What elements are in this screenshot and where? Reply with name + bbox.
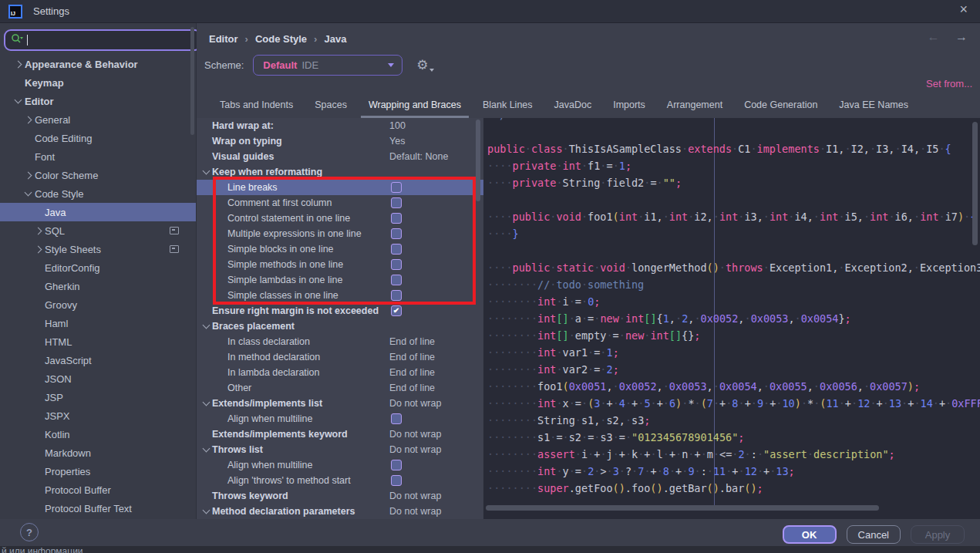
sidebar-item-json[interactable]: JSON bbox=[0, 369, 196, 388]
sidebar-item-appearance-behavior[interactable]: Appearance & Behavior bbox=[0, 55, 196, 73]
sidebar-item-jspx[interactable]: JSPX bbox=[0, 406, 196, 425]
tab-wrapping-and-braces[interactable]: Wrapping and Braces bbox=[361, 99, 469, 118]
option-row-hard-wrap-at[interactable]: Hard wrap at:100 bbox=[197, 118, 483, 133]
checkbox-unchecked[interactable] bbox=[391, 228, 402, 239]
settings-search-box[interactable] bbox=[4, 29, 201, 51]
breadcrumb-code-style[interactable]: Code Style bbox=[255, 33, 307, 45]
checkbox-unchecked[interactable] bbox=[391, 213, 402, 224]
sidebar-item-haml[interactable]: Haml bbox=[0, 314, 196, 332]
sidebar-item-keymap[interactable]: Keymap bbox=[0, 73, 196, 92]
option-value[interactable]: End of line bbox=[389, 383, 435, 393]
chevron-down-icon[interactable] bbox=[202, 445, 210, 453]
tab-imports[interactable]: Imports bbox=[605, 99, 653, 118]
forward-arrow-icon[interactable]: → bbox=[955, 30, 968, 43]
sidebar-item-kotlin[interactable]: Kotlin bbox=[0, 425, 196, 443]
option-value[interactable]: Do not wrap bbox=[389, 506, 441, 517]
option-value[interactable]: Do not wrap bbox=[389, 429, 441, 440]
option-row-multiple-expressions-in-one-line[interactable]: Multiple expressions in one line bbox=[197, 226, 483, 241]
option-row-simple-methods-in-one-line[interactable]: Simple methods in one line bbox=[197, 257, 483, 272]
sidebar-item-jsp[interactable]: JSP bbox=[0, 388, 196, 406]
sidebar-item-style-sheets[interactable]: Style Sheets bbox=[0, 240, 196, 258]
option-row-simple-classes-in-one-line[interactable]: Simple classes in one line bbox=[197, 288, 483, 303]
option-row-method-declaration-parameters[interactable]: Method declaration parametersDo not wrap bbox=[197, 504, 483, 519]
sidebar-item-editor[interactable]: Editor bbox=[0, 92, 196, 110]
tab-java-ee-names[interactable]: Java EE Names bbox=[831, 99, 916, 118]
code-preview-panel[interactable]: ·*/ public·class·ThisIsASampleClass·exte… bbox=[483, 118, 980, 519]
tab-code-generation[interactable]: Code Generation bbox=[736, 99, 825, 118]
option-row-comment-at-first-column[interactable]: Comment at first column bbox=[197, 195, 483, 211]
tab-javadoc[interactable]: JavaDoc bbox=[547, 99, 600, 118]
option-row-in-lambda-declaration[interactable]: In lambda declarationEnd of line bbox=[197, 365, 483, 380]
checkbox-unchecked[interactable] bbox=[391, 197, 402, 208]
chevron-down-icon[interactable] bbox=[202, 399, 210, 406]
back-arrow-icon[interactable]: ← bbox=[928, 30, 940, 43]
checkbox-unchecked[interactable] bbox=[391, 413, 402, 424]
chevron-right-icon[interactable] bbox=[34, 227, 42, 234]
sidebar-item-editorconfig[interactable]: EditorConfig bbox=[0, 258, 196, 277]
ok-button[interactable]: OK bbox=[783, 525, 837, 544]
option-value[interactable]: Do not wrap bbox=[389, 398, 441, 409]
option-row-in-class-declaration[interactable]: In class declarationEnd of line bbox=[197, 334, 483, 349]
sidebar-item-color-scheme[interactable]: Color Scheme bbox=[0, 166, 196, 184]
option-row-in-method-declaration[interactable]: In method declarationEnd of line bbox=[197, 349, 483, 365]
tab-tabs-and-indents[interactable]: Tabs and Indents bbox=[212, 99, 301, 118]
search-input[interactable] bbox=[32, 34, 158, 47]
checkbox-unchecked[interactable] bbox=[391, 259, 402, 270]
option-row-align-throws-to-method-start[interactable]: Align 'throws' to method start bbox=[197, 473, 483, 488]
checkbox-unchecked[interactable] bbox=[391, 460, 402, 470]
option-row-extends-implements-keyword[interactable]: Extends/implements keywordDo not wrap bbox=[197, 427, 483, 442]
checkbox-unchecked[interactable] bbox=[391, 244, 402, 255]
option-row-simple-lambdas-in-one-line[interactable]: Simple lambdas in one line bbox=[197, 272, 483, 288]
option-row-control-statement-in-one-line[interactable]: Control statement in one line bbox=[197, 211, 483, 226]
chevron-right-icon[interactable] bbox=[34, 245, 42, 253]
set-from-link[interactable]: Set from... bbox=[926, 78, 972, 89]
option-value[interactable]: Yes bbox=[389, 136, 405, 147]
scheme-select[interactable]: Default IDE bbox=[253, 55, 402, 76]
sidebar-item-groovy[interactable]: Groovy bbox=[0, 295, 196, 314]
close-icon[interactable]: × bbox=[959, 2, 968, 18]
sidebar-item-protocol-buffer[interactable]: Protocol Buffer bbox=[0, 481, 196, 499]
tab-spaces[interactable]: Spaces bbox=[307, 99, 355, 118]
sidebar-item-java[interactable]: Java bbox=[0, 203, 196, 221]
cancel-button[interactable]: Cancel bbox=[847, 525, 901, 544]
sidebar-item-sql[interactable]: SQL bbox=[0, 221, 196, 240]
option-value[interactable]: Do not wrap bbox=[389, 444, 441, 455]
checkbox-unchecked[interactable] bbox=[391, 475, 402, 486]
tab-arrangement[interactable]: Arrangement bbox=[659, 99, 730, 118]
code-horizontal-scrollbar-thumb[interactable] bbox=[486, 505, 879, 511]
option-value[interactable]: Do not wrap bbox=[389, 491, 441, 501]
sidebar-item-font[interactable]: Font bbox=[0, 147, 196, 166]
sidebar-item-javascript[interactable]: JavaScript bbox=[0, 351, 196, 369]
sidebar-item-protocol-buffer-text[interactable]: Protocol Buffer Text bbox=[0, 499, 196, 518]
option-row-ensure-right-margin-is-not-exceeded[interactable]: Ensure right margin is not exceeded✔ bbox=[197, 303, 483, 319]
chevron-right-icon[interactable] bbox=[24, 116, 32, 123]
chevron-right-icon[interactable] bbox=[24, 171, 32, 179]
chevron-down-icon[interactable] bbox=[202, 322, 210, 329]
option-row-other[interactable]: OtherEnd of line bbox=[197, 380, 483, 396]
breadcrumb-java[interactable]: Java bbox=[324, 33, 346, 45]
sidebar-scrollbar-thumb[interactable] bbox=[190, 27, 194, 135]
help-button[interactable]: ? bbox=[20, 523, 39, 541]
option-row-visual-guides[interactable]: Visual guidesDefault: None bbox=[197, 149, 483, 164]
option-row-throws-list[interactable]: Throws listDo not wrap bbox=[197, 442, 483, 457]
chevron-down-icon[interactable] bbox=[202, 167, 210, 175]
chevron-down-icon[interactable] bbox=[24, 189, 32, 197]
option-value[interactable]: Default: None bbox=[389, 151, 448, 162]
tab-blank-lines[interactable]: Blank Lines bbox=[475, 99, 541, 118]
sidebar-item-markdown[interactable]: Markdown bbox=[0, 443, 196, 462]
sidebar-item-gherkin[interactable]: Gherkin bbox=[0, 277, 196, 295]
sidebar-item-html[interactable]: HTML bbox=[0, 332, 196, 351]
options-scrollbar-thumb[interactable] bbox=[476, 120, 480, 201]
breadcrumb-editor[interactable]: Editor bbox=[209, 33, 238, 45]
option-value[interactable]: 100 bbox=[389, 120, 406, 131]
chevron-down-icon[interactable] bbox=[202, 507, 210, 514]
option-value[interactable]: End of line bbox=[389, 367, 435, 378]
option-value[interactable]: End of line bbox=[389, 352, 435, 362]
option-row-keep-when-reformatting[interactable]: Keep when reformatting bbox=[197, 164, 483, 180]
option-row-align-when-multiline[interactable]: Align when multiline bbox=[197, 411, 483, 427]
code-vertical-scrollbar-thumb[interactable] bbox=[972, 122, 978, 245]
chevron-right-icon[interactable] bbox=[14, 60, 22, 68]
sidebar-item-code-editing[interactable]: Code Editing bbox=[0, 129, 196, 147]
checkbox-unchecked[interactable] bbox=[391, 290, 402, 301]
chevron-down-icon[interactable] bbox=[14, 96, 22, 104]
